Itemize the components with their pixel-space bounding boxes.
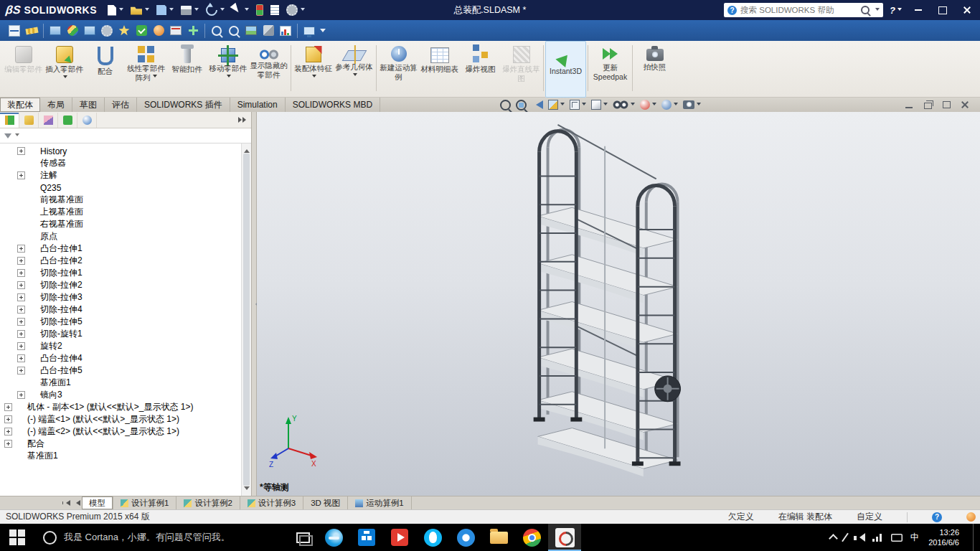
keyboard-button[interactable]: [891, 534, 903, 542]
doc-minimize-button[interactable]: [901, 98, 917, 112]
tree-item[interactable]: 切除-拉伸2: [0, 279, 241, 291]
model-tab-2[interactable]: 设计算例1: [113, 496, 176, 509]
costing-button[interactable]: [277, 22, 294, 39]
doc-restore-button[interactable]: [920, 98, 936, 112]
save-button[interactable]: [153, 1, 177, 19]
model-tab-1[interactable]: 模型: [82, 496, 113, 509]
expander-icon[interactable]: [17, 391, 25, 399]
expander-icon[interactable]: [17, 342, 25, 350]
reference-geometry-button[interactable]: 参考几何体: [334, 41, 374, 98]
tree-item[interactable]: 前视基准面: [0, 194, 241, 206]
linear-pattern-button[interactable]: 线性零部件阵列: [126, 41, 166, 98]
expander-icon[interactable]: [17, 354, 25, 362]
doc-newwindow-button[interactable]: [938, 98, 954, 112]
graphics-viewport[interactable]: Y X Z *等轴测: [257, 112, 980, 496]
tree-item[interactable]: 基准面1: [0, 377, 241, 389]
monitor-button[interactable]: [301, 22, 318, 39]
browser-taskbar-button[interactable]: [449, 524, 482, 551]
snapshot-button[interactable]: 拍快照: [634, 41, 675, 98]
solidworks-taskbar-button[interactable]: [548, 524, 581, 551]
model-tab-3[interactable]: 设计算例2: [176, 496, 240, 509]
tree-item[interactable]: 右视基准面: [0, 218, 241, 230]
scrollbar-thumb[interactable]: [243, 154, 250, 486]
tree-item[interactable]: 镜向3: [0, 389, 241, 401]
file-properties-button[interactable]: [267, 1, 283, 19]
taskbar-clock[interactable]: 13:26 2016/6/6: [928, 527, 959, 548]
search-caret-icon[interactable]: [875, 8, 880, 13]
edge-taskbar-button[interactable]: [317, 524, 350, 551]
help-button[interactable]: [887, 5, 904, 16]
tree-item[interactable]: History: [0, 145, 241, 157]
section-view-button[interactable]: [547, 100, 566, 110]
insert-component-button[interactable]: 插入零部件: [44, 41, 85, 98]
selection-burst-button[interactable]: [116, 22, 133, 39]
model-tab-5[interactable]: 3D 视图: [303, 496, 348, 509]
chrome-taskbar-button[interactable]: [515, 524, 548, 551]
resources-monitor-icon[interactable]: [966, 512, 976, 522]
expander-icon[interactable]: [17, 293, 25, 301]
measure-button[interactable]: [23, 22, 40, 39]
zoom-fit-button[interactable]: [499, 100, 512, 110]
apply-scene-button[interactable]: [660, 100, 679, 110]
pen-button[interactable]: [844, 532, 846, 542]
tree-item[interactable]: 凸台-拉伸2: [0, 255, 241, 267]
zoom-tool-button[interactable]: [208, 22, 225, 39]
options-gear-button[interactable]: [98, 22, 116, 39]
ribbon-tab-1[interactable]: 装配体: [0, 98, 40, 112]
start-button[interactable]: [0, 524, 34, 551]
tree-item[interactable]: 原点: [0, 230, 241, 242]
scroll-down-icon[interactable]: [244, 486, 250, 493]
filter-caret-icon[interactable]: [15, 133, 19, 138]
tree-item[interactable]: 机体 - 副本<1> (默认<<默认>_显示状态 1>): [0, 401, 241, 413]
expander-icon[interactable]: [4, 428, 12, 435]
tree-filter-row[interactable]: [0, 128, 251, 143]
appearance-swatch-button[interactable]: [64, 22, 81, 39]
panel-tab-3[interactable]: [39, 113, 58, 128]
hide-show-button[interactable]: [611, 100, 636, 109]
tree-item[interactable]: 传感器: [0, 157, 241, 169]
instant3d-button[interactable]: Instant3D: [545, 41, 586, 98]
edit-appearance-button[interactable]: [639, 100, 658, 110]
filter-funnel-icon[interactable]: [4, 133, 11, 142]
status-help-icon[interactable]: [932, 512, 942, 522]
expander-icon[interactable]: [4, 403, 12, 411]
volume-button[interactable]: [854, 533, 864, 542]
undo-button[interactable]: [202, 1, 228, 19]
move-component-button[interactable]: 移动零部件: [207, 41, 248, 98]
tree-item[interactable]: 切除-拉伸4: [0, 303, 241, 316]
expander-icon[interactable]: [17, 330, 25, 338]
tree-item[interactable]: 基准面1: [0, 450, 241, 462]
tree-item[interactable]: 凸台-拉伸4: [0, 352, 241, 364]
ime-indicator[interactable]: 中: [910, 532, 920, 544]
ribbon-tab-3[interactable]: 草图: [72, 98, 105, 112]
view-settings-button[interactable]: [682, 100, 702, 109]
panel-tab-1[interactable]: [0, 113, 19, 128]
task-view-button[interactable]: [288, 524, 317, 551]
select-button[interactable]: [228, 1, 253, 19]
status-custom-label[interactable]: 自定义: [857, 511, 882, 523]
scroll-up-icon[interactable]: [244, 146, 250, 153]
expander-icon[interactable]: [17, 257, 25, 265]
insert-plus-button[interactable]: [184, 22, 202, 39]
design-checker-button[interactable]: [133, 22, 150, 39]
expander-icon[interactable]: [4, 415, 12, 423]
expander-icon[interactable]: [17, 318, 25, 326]
spell-check-button[interactable]: [225, 22, 242, 39]
close-button[interactable]: [957, 0, 977, 20]
print-button[interactable]: [177, 1, 202, 19]
tree-item[interactable]: 凸台-拉伸1: [0, 242, 241, 255]
ribbon-tab-2[interactable]: 布局: [40, 98, 72, 112]
qq-taskbar-button[interactable]: [416, 524, 449, 551]
tree-item[interactable]: (-) 端盖<2> (默认<<默认>_显示状态 1>): [0, 425, 241, 438]
ribbon-tab-7[interactable]: SOLIDWORKS MBD: [286, 98, 380, 112]
photoview-button[interactable]: [242, 22, 260, 39]
ribbon-tab-4[interactable]: 评估: [105, 98, 137, 112]
file-explorer-taskbar-button[interactable]: [482, 524, 515, 551]
tree-item[interactable]: 切除-旋转1: [0, 328, 241, 340]
tree-item[interactable]: 配合: [0, 438, 241, 450]
view-orientation-button[interactable]: [568, 100, 588, 110]
tree-scrollbar[interactable]: [241, 143, 251, 496]
show-hidden-button[interactable]: 显示隐藏的零部件: [248, 41, 289, 98]
tree-item[interactable]: 切除-拉伸1: [0, 267, 241, 279]
store-taskbar-button[interactable]: [350, 524, 383, 551]
